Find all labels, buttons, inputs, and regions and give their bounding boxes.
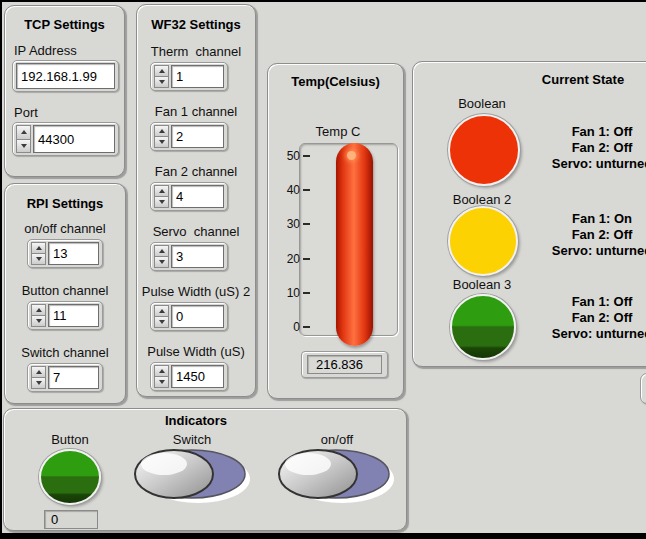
onoff-channel-label: on/off channel — [5, 221, 125, 236]
tcp-settings-panel: TCP Settings IP Address 192.168.1.99 Por… — [4, 5, 125, 177]
servo-channel-spinner[interactable] — [154, 245, 169, 268]
boolean-3-label: Boolean 3 — [432, 277, 532, 292]
therm-channel-input[interactable]: 1 — [171, 65, 224, 88]
labview-front-panel: TCP Settings IP Address 192.168.1.99 Por… — [0, 0, 646, 539]
spin-down-icon[interactable] — [154, 197, 169, 208]
tick-mark — [303, 258, 310, 260]
spin-up-icon[interactable] — [31, 304, 46, 316]
switch-knob-gloss — [141, 453, 187, 475]
tick-mark — [303, 223, 310, 225]
temp-gauge-label: Temp C — [268, 124, 408, 139]
status-line: Fan 1: Off — [502, 294, 646, 310]
fan1-channel-spinner[interactable] — [154, 125, 169, 148]
rpi-settings-panel: RPI Settings on/off channel 13 Button ch… — [4, 183, 126, 404]
pulse-width-2-spinner[interactable] — [154, 305, 169, 328]
scale-tick-20: 20 — [276, 252, 310, 266]
port-input[interactable]: 44300 — [33, 125, 115, 153]
temp-panel-title: Temp(Celsius) — [268, 74, 403, 89]
spin-up-icon[interactable] — [154, 245, 169, 257]
spin-up-icon[interactable] — [154, 125, 169, 137]
tick-mark — [303, 326, 310, 328]
switch-channel-input[interactable]: 7 — [48, 366, 99, 389]
therm-channel-spinner[interactable] — [154, 65, 169, 88]
switch-toggle[interactable] — [132, 445, 256, 513]
port-label: Port — [14, 105, 38, 120]
port-spinner[interactable] — [16, 125, 31, 153]
wf32-settings-title: WF32 Settings — [137, 17, 255, 32]
status-block-1: Fan 1: Off Fan 2: Off Servo: unturned — [502, 124, 646, 172]
tcp-settings-title: TCP Settings — [5, 17, 124, 32]
temp-value-display-frame: 216.836 — [301, 351, 388, 378]
pulse-width-spinner[interactable] — [154, 365, 169, 388]
status-line: Fan 1: On — [502, 211, 646, 227]
servo-channel-control: 3 — [150, 242, 228, 271]
pulse-width-input[interactable]: 1450 — [171, 365, 224, 388]
button-channel-input[interactable]: 11 — [48, 304, 99, 327]
fan2-channel-control: 4 — [150, 182, 228, 211]
pulse-width-2-label: Pulse Width (uS) 2 — [137, 284, 255, 299]
servo-channel-label: Servo channel — [137, 224, 255, 239]
status-line: Servo: unturned — [502, 156, 646, 172]
onoff-toggle[interactable] — [276, 445, 400, 513]
port-control: 44300 — [12, 122, 119, 156]
scale-tick-10: 10 — [276, 286, 310, 300]
spin-up-icon[interactable] — [154, 365, 169, 377]
pulse-width-2-control: 0 — [150, 302, 228, 331]
pulse-width-label: Pulse Width (uS) — [137, 344, 255, 359]
spin-down-icon[interactable] — [31, 254, 46, 265]
onoff-channel-input[interactable]: 13 — [48, 242, 99, 265]
fan1-channel-label: Fan 1 channel — [137, 104, 255, 119]
spin-up-icon[interactable] — [154, 65, 169, 77]
rpi-settings-title: RPI Settings — [5, 196, 125, 211]
spin-down-icon[interactable] — [16, 140, 31, 154]
tick-mark — [303, 292, 310, 294]
boolean-2-label: Boolean 2 — [432, 192, 532, 207]
button-led[interactable] — [39, 449, 101, 505]
spin-down-icon[interactable] — [154, 317, 169, 328]
ip-address-label: IP Address — [14, 43, 77, 58]
spin-down-icon[interactable] — [154, 77, 169, 88]
spin-up-icon[interactable] — [154, 305, 169, 317]
temp-value-display: 216.836 — [307, 355, 382, 374]
status-line: Fan 2: Off — [502, 310, 646, 326]
onoff-channel-control: 13 — [27, 239, 103, 268]
pulse-width-control: 1450 — [150, 362, 228, 391]
spin-up-icon[interactable] — [31, 366, 46, 378]
thermometer-fill — [336, 143, 373, 346]
thermometer-highlight — [347, 151, 356, 160]
status-block-3: Fan 1: Off Fan 2: Off Servo: unturned — [502, 294, 646, 342]
fan2-channel-spinner[interactable] — [154, 185, 169, 208]
button-channel-spinner[interactable] — [31, 304, 46, 327]
onoff-channel-spinner[interactable] — [31, 242, 46, 265]
fan1-channel-input[interactable]: 2 — [171, 125, 224, 148]
switch-channel-spinner[interactable] — [31, 366, 46, 389]
pulse-width-2-input[interactable]: 0 — [171, 305, 224, 328]
button-channel-label: Button channel — [5, 283, 125, 298]
fan1-channel-control: 2 — [150, 122, 228, 151]
spin-down-icon[interactable] — [154, 137, 169, 148]
spin-down-icon[interactable] — [31, 378, 46, 389]
scale-tick-50: 50 — [276, 149, 310, 163]
switch-channel-label: Switch channel — [5, 345, 125, 360]
spin-up-icon[interactable] — [31, 242, 46, 254]
switch-channel-control: 7 — [27, 363, 103, 392]
ip-address-control: 192.168.1.99 — [12, 60, 119, 92]
status-line: Fan 1: Off — [502, 124, 646, 140]
window-bottom-border — [0, 533, 646, 539]
tick-mark — [303, 155, 310, 157]
status-line: Servo: unturned — [502, 326, 646, 342]
spin-down-icon[interactable] — [31, 316, 46, 327]
temp-celsius-panel: Temp(Celsius) Temp C 50 40 30 20 10 0 21… — [267, 63, 404, 399]
status-line: Fan 2: Off — [502, 140, 646, 156]
spin-up-icon[interactable] — [154, 185, 169, 197]
indicators-panel: Indicators Button 0 Switch on/off — [3, 408, 407, 531]
button-indicator-label: Button — [20, 432, 120, 447]
fan2-channel-input[interactable]: 4 — [171, 185, 224, 208]
scale-tick-30: 30 — [276, 217, 310, 231]
clipped-right-control[interactable] — [640, 373, 646, 404]
spin-down-icon[interactable] — [154, 257, 169, 268]
spin-down-icon[interactable] — [154, 377, 169, 388]
ip-address-input[interactable]: 192.168.1.99 — [16, 63, 115, 89]
servo-channel-input[interactable]: 3 — [171, 245, 224, 268]
spin-up-icon[interactable] — [16, 125, 31, 140]
